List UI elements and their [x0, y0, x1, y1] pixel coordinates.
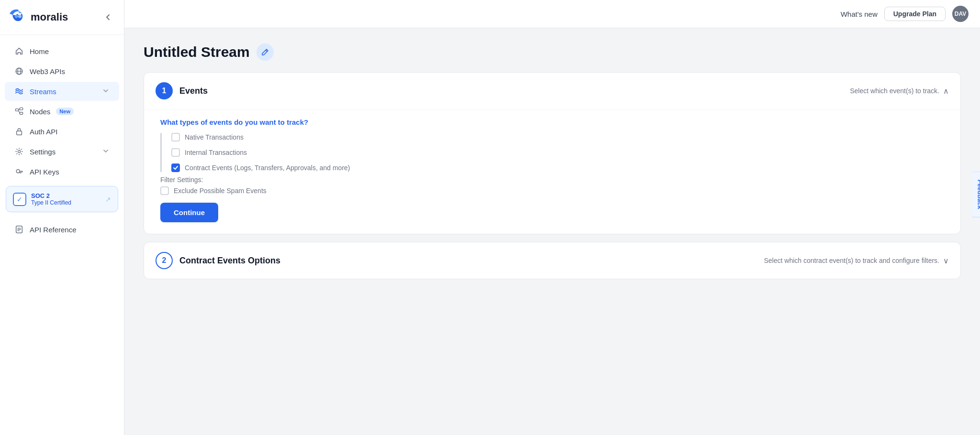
chevron-down-icon: ∨	[943, 256, 949, 265]
events-card-header: 1 Events Select which event(s) to track.…	[144, 73, 960, 109]
sidebar-nav: Home Web3 APIs Streams	[0, 35, 124, 435]
contract-events-card-title: Contract Events Options	[179, 256, 280, 266]
edit-icon	[261, 48, 269, 56]
native-transactions-option[interactable]: Native Transactions	[171, 133, 949, 141]
feedback-tab[interactable]: Feedback	[972, 172, 980, 218]
sidebar-item-nodes[interactable]: Nodes New	[5, 102, 119, 121]
exclude-spam-checkbox[interactable]	[160, 186, 169, 195]
events-question: What types of events do you want to trac…	[156, 109, 949, 133]
events-card: 1 Events Select which event(s) to track.…	[144, 72, 961, 234]
sidebar-item-home[interactable]: Home	[5, 42, 119, 61]
chevron-up-icon: ∧	[943, 87, 949, 96]
soc-banner[interactable]: ✓ SOC 2 Type II Certified ↗	[6, 186, 118, 212]
sidebar-item-settings[interactable]: Settings	[5, 142, 119, 161]
auth-api-label: Auth API	[30, 128, 57, 136]
page-title: Untitled Stream	[144, 44, 250, 60]
logo-text: moralis	[31, 11, 68, 23]
soc-external-link-icon: ↗	[105, 196, 111, 203]
nodes-label: Nodes	[30, 108, 50, 116]
logo[interactable]: moralis	[10, 9, 68, 26]
svg-rect-5	[20, 112, 22, 115]
events-card-title: Events	[179, 86, 208, 96]
svg-rect-4	[20, 108, 22, 110]
sidebar: moralis Home	[0, 0, 124, 435]
internal-transactions-checkbox[interactable]	[171, 148, 180, 157]
settings-chevron-icon	[102, 147, 110, 156]
internal-transactions-option[interactable]: Internal Transactions	[171, 148, 949, 157]
soc-line2: Type II Certified	[31, 199, 71, 206]
filter-settings-label: Filter Settings:	[156, 172, 949, 186]
filter-options: Exclude Possible Spam Events	[156, 186, 949, 195]
checkmark-icon	[173, 165, 178, 171]
svg-point-9	[18, 150, 20, 152]
topbar: What's new Upgrade Plan DAV	[124, 0, 980, 28]
settings-label: Settings	[30, 148, 56, 156]
contract-events-label: Contract Events (Logs, Transfers, Approv…	[185, 164, 350, 172]
streams-icon	[14, 87, 24, 96]
exclude-spam-option[interactable]: Exclude Possible Spam Events	[160, 186, 949, 195]
key-icon	[14, 167, 24, 176]
step-1-badge: 1	[156, 82, 173, 99]
events-options-container: Native Transactions Internal Transaction…	[156, 133, 949, 172]
contract-events-card-header: 2 Contract Events Options Select which c…	[144, 242, 960, 279]
sidebar-item-web3-apis[interactable]: Web3 APIs	[5, 62, 119, 81]
web3-icon	[14, 66, 24, 76]
svg-point-10	[16, 170, 20, 173]
events-card-body: What types of events do you want to trac…	[144, 109, 960, 234]
web3-apis-label: Web3 APIs	[30, 67, 65, 76]
collapse-sidebar-button[interactable]	[101, 11, 114, 24]
svg-line-7	[19, 110, 20, 113]
main-content: What's new Upgrade Plan DAV Untitled Str…	[124, 0, 980, 435]
settings-icon	[14, 147, 24, 156]
contract-events-option[interactable]: Contract Events (Logs, Transfers, Approv…	[171, 163, 949, 172]
events-options-list: Native Transactions Internal Transaction…	[171, 133, 949, 172]
content-area: Untitled Stream 1 Events Select which ev…	[124, 28, 980, 435]
page-title-row: Untitled Stream	[144, 44, 961, 61]
native-transactions-checkbox[interactable]	[171, 133, 180, 141]
whats-new-button[interactable]: What's new	[841, 10, 878, 18]
avatar[interactable]: DAV	[952, 6, 969, 22]
step-2-badge: 2	[156, 252, 173, 269]
soc-text: SOC 2 Type II Certified	[31, 192, 71, 206]
soc-check-icon: ✓	[13, 193, 26, 206]
edit-title-button[interactable]	[256, 44, 274, 61]
nodes-icon	[14, 107, 24, 116]
native-transactions-label: Native Transactions	[185, 133, 244, 141]
contract-events-checkbox[interactable]	[171, 163, 180, 172]
continue-button[interactable]: Continue	[160, 203, 218, 222]
streams-chevron-icon	[102, 87, 110, 96]
soc-line1: SOC 2	[31, 192, 71, 199]
streams-label: Streams	[30, 87, 56, 96]
home-icon	[14, 46, 24, 56]
upgrade-plan-button[interactable]: Upgrade Plan	[884, 7, 946, 21]
svg-rect-8	[17, 131, 22, 135]
sidebar-item-streams[interactable]: Streams	[5, 82, 119, 101]
moralis-logo-icon	[10, 9, 27, 26]
internal-transactions-label: Internal Transactions	[185, 149, 247, 156]
sidebar-item-api-keys[interactable]: API Keys	[5, 162, 119, 181]
sidebar-item-auth-api[interactable]: Auth API	[5, 122, 119, 141]
api-reference-label: API Reference	[30, 226, 77, 234]
exclude-spam-label: Exclude Possible Spam Events	[174, 187, 267, 195]
auth-icon	[14, 127, 24, 136]
svg-rect-3	[15, 109, 18, 111]
sidebar-item-api-reference[interactable]: API Reference	[5, 220, 119, 239]
contract-events-card-subtitle: Select which contract event(s) to track …	[764, 256, 949, 265]
vertical-divider	[160, 133, 162, 172]
contract-events-options-card: 2 Contract Events Options Select which c…	[144, 242, 961, 279]
sidebar-header: moralis	[0, 0, 124, 35]
api-ref-icon	[14, 225, 24, 234]
home-label: Home	[30, 47, 49, 55]
api-keys-label: API Keys	[30, 168, 59, 176]
nodes-badge: New	[56, 108, 74, 115]
events-card-subtitle: Select which event(s) to track. ∧	[850, 87, 949, 96]
